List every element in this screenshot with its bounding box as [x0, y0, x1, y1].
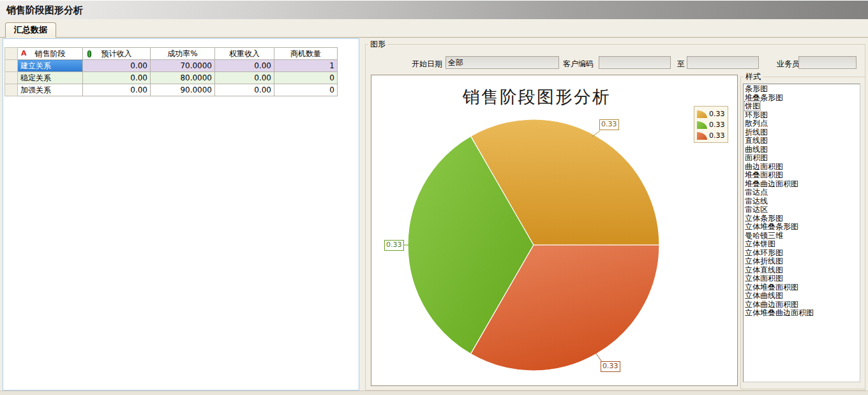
style-item[interactable]: 堆叠曲边面积图 [745, 180, 860, 189]
cell-weighted[interactable]: 0.00 [215, 60, 274, 72]
row-selector[interactable] [5, 84, 18, 96]
style-item[interactable]: 堆叠条形图 [745, 94, 860, 103]
legend-row: 0.33 [697, 119, 728, 130]
start-date-input[interactable] [445, 56, 559, 69]
style-group-label: 样式 [744, 71, 763, 82]
cell-rate[interactable]: 90.0000 [151, 84, 215, 96]
row-selector[interactable] [5, 60, 18, 72]
start-date-label: 开始日期 [412, 59, 444, 69]
style-item[interactable]: 曲边面积图 [745, 163, 860, 172]
style-item[interactable]: 雷达点 [745, 188, 860, 197]
cell-weighted[interactable]: 0.00 [215, 72, 274, 84]
style-item[interactable]: 雷达线 [745, 197, 860, 206]
legend-swatch-green-icon [697, 121, 707, 129]
salesman-input[interactable] [798, 56, 857, 69]
style-item[interactable]: 立体直线图 [745, 266, 860, 275]
cell-expected[interactable]: 0.00 [83, 72, 151, 84]
tab-strip: 汇总数据 [0, 19, 868, 38]
style-item[interactable]: 立体面积图 [745, 274, 860, 283]
style-item[interactable]: 立体条形图 [745, 214, 860, 223]
style-item[interactable]: 立体堆叠面积图 [745, 283, 860, 292]
graph-group-label: 图形 [368, 39, 387, 50]
style-item[interactable]: 直线图 [745, 137, 860, 145]
col-header-rate[interactable]: 成功率% [151, 48, 215, 60]
style-item[interactable]: 雷达区 [745, 205, 860, 214]
cell-count[interactable]: 0 [274, 72, 338, 84]
summary-table: A销售阶段 预计收入 成功率% 权重收入 商机数量 建立关系 0.00 70.0… [4, 47, 338, 96]
style-item[interactable]: 立体曲线图 [745, 292, 860, 301]
col-header-weighted[interactable]: 权重收入 [215, 48, 274, 60]
customer-code-input[interactable] [599, 56, 671, 69]
chart-style-list: 条形图 堆叠条形图 饼图 环形图 散列点 折线图 直线图 曲线图 面积图 曲边面… [743, 84, 860, 382]
bottom-status-bar [0, 391, 868, 395]
style-item[interactable]: 立体堆叠曲边面积图 [745, 309, 860, 318]
cell-stage[interactable]: 稳定关系 [18, 72, 83, 84]
customer-code-label: 客户编码 [563, 59, 597, 69]
row-selector-header [5, 48, 18, 60]
table-header-row: A销售阶段 预计收入 成功率% 权重收入 商机数量 [5, 48, 338, 60]
style-item-selected[interactable]: 饼图 [745, 102, 860, 111]
cell-rate[interactable]: 70.0000 [151, 60, 215, 72]
slice-label-red: 0.33 [601, 361, 620, 372]
row-selector[interactable] [5, 72, 18, 84]
cell-expected[interactable]: 0.00 [83, 84, 151, 96]
cell-stage[interactable]: 加强关系 [18, 84, 83, 96]
to-label: 至 [677, 59, 686, 69]
style-item[interactable]: 散列点 [745, 119, 860, 128]
col-header-count[interactable]: 商机数量 [274, 48, 338, 60]
pie-chart [371, 75, 738, 387]
slice-label-orange: 0.33 [599, 119, 619, 130]
style-item[interactable]: 立体曲边面积图 [745, 301, 860, 309]
customer-code-to-input[interactable] [687, 56, 759, 69]
style-item[interactable]: 堆叠面积图 [745, 171, 860, 180]
cell-weighted[interactable]: 0.00 [215, 84, 274, 96]
legend-row: 0.33 [697, 130, 728, 141]
col-header-expected[interactable]: 预计收入 [83, 48, 151, 60]
col-header-stage[interactable]: A销售阶段 [18, 48, 83, 60]
cell-count[interactable]: 0 [274, 84, 338, 96]
cell-stage[interactable]: 建立关系 [18, 60, 83, 72]
legend-swatch-orange-icon [697, 110, 707, 118]
chart-area: 销售阶段图形分析 0.33 0.33 0.33 0.33 0.33 0.33 [371, 75, 738, 386]
style-item[interactable]: 折线图 [745, 128, 860, 137]
tab-summary-data[interactable]: 汇总数据 [5, 22, 56, 38]
slice-label-green: 0.33 [384, 240, 404, 251]
legend-row: 0.33 [697, 108, 728, 119]
style-item[interactable]: 曼哈顿三维 [745, 232, 860, 241]
style-item[interactable]: 曲线图 [745, 145, 860, 154]
chart-legend: 0.33 0.33 0.33 [694, 106, 728, 143]
green-bar-icon [87, 50, 91, 57]
red-a-icon: A [21, 50, 27, 57]
tab-baseline [0, 37, 868, 38]
table-row: 加强关系 0.00 90.0000 0.00 0 [5, 84, 338, 96]
page-title: 销售阶段图形分析 [6, 4, 83, 17]
style-item[interactable]: 立体堆叠条形图 [745, 223, 860, 232]
cell-expected[interactable]: 0.00 [83, 60, 151, 72]
style-item[interactable]: 条形图 [745, 85, 860, 94]
style-item[interactable]: 立体折线图 [745, 257, 860, 266]
table-row: 建立关系 0.00 70.0000 0.00 1 [5, 60, 338, 72]
style-item[interactable]: 立体环形图 [745, 249, 860, 258]
window-titlebar: 销售阶段图形分析 [0, 0, 868, 19]
table-row: 稳定关系 0.00 80.0000 0.00 0 [5, 72, 338, 84]
cell-rate[interactable]: 80.0000 [151, 72, 215, 84]
style-item[interactable]: 面积图 [745, 154, 860, 163]
summary-panel: A销售阶段 预计收入 成功率% 权重收入 商机数量 建立关系 0.00 70.0… [3, 38, 359, 391]
legend-swatch-red-icon [697, 132, 707, 140]
cell-count[interactable]: 1 [274, 60, 338, 72]
style-item[interactable]: 立体饼图 [745, 240, 860, 249]
style-item[interactable]: 环形图 [745, 111, 860, 120]
